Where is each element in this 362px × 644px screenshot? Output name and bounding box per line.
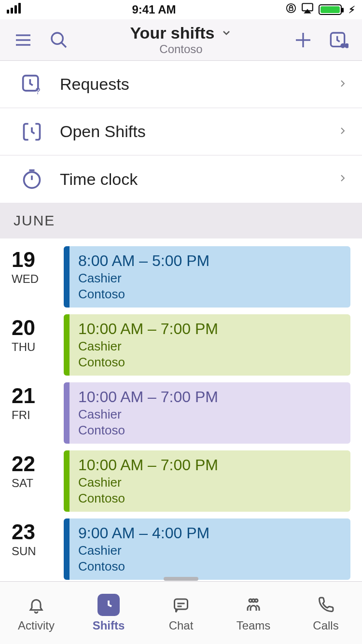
- day-name: WED: [12, 272, 58, 286]
- svg-line-12: [61, 42, 66, 47]
- menu-item-open-shifts[interactable]: Open Shifts: [0, 108, 362, 155]
- teams-icon: [242, 594, 265, 616]
- day-name: SUN: [12, 545, 58, 558]
- shift-org: Contoso: [78, 559, 342, 574]
- day-number: 21: [12, 385, 58, 406]
- shift-row: 20THU10:00 AM – 7:00 PMCashierContoso: [12, 314, 350, 376]
- shift-card[interactable]: 10:00 AM – 7:00 PMCashierContoso: [64, 382, 350, 444]
- add-button[interactable]: [292, 28, 315, 52]
- shift-time: 10:00 AM – 7:00 PM: [78, 455, 342, 475]
- day-number: 19: [12, 249, 58, 270]
- clock-question-icon: ?: [19, 72, 44, 97]
- card-accent: [64, 450, 70, 512]
- card-body: 10:00 AM – 7:00 PMCashierContoso: [70, 314, 350, 376]
- page-title: Your shifts: [130, 24, 214, 42]
- app-header: Your shifts Contoso: [0, 19, 362, 61]
- shift-row: 19WED8:00 AM – 5:00 PMCashierContoso: [12, 246, 350, 308]
- menu-item-label: Time clock: [60, 170, 321, 189]
- day-column: 22SAT: [12, 450, 58, 512]
- shift-role: Cashier: [78, 543, 342, 559]
- shift-time: 9:00 AM – 4:00 PM: [78, 523, 342, 543]
- shift-role: Cashier: [78, 338, 342, 354]
- menu-item-time-clock[interactable]: Time clock: [0, 155, 362, 203]
- tab-calls[interactable]: Calls: [290, 594, 362, 632]
- team-shifts-button[interactable]: [327, 28, 350, 52]
- shift-role: Cashier: [78, 270, 342, 286]
- svg-rect-3: [18, 3, 21, 14]
- header-title-dropdown[interactable]: Your shifts Contoso: [83, 24, 279, 56]
- chevron-right-icon: [337, 125, 348, 139]
- day-number: 22: [12, 453, 58, 475]
- phone-icon: [315, 594, 337, 616]
- svg-rect-0: [7, 10, 9, 14]
- card-accent: [64, 246, 70, 308]
- orientation-lock-icon: [286, 3, 296, 16]
- card-accent: [64, 382, 70, 444]
- battery-icon: [319, 4, 342, 15]
- card-body: 8:00 AM – 5:00 PMCashierContoso: [70, 246, 350, 308]
- chat-icon: [170, 594, 192, 616]
- page-subtitle: Contoso: [83, 42, 279, 56]
- shift-time: 10:00 AM – 7:00 PM: [78, 319, 342, 338]
- shift-card[interactable]: 10:00 AM – 7:00 PMCashierContoso: [64, 314, 350, 376]
- day-name: FRI: [12, 408, 58, 422]
- shift-org: Contoso: [78, 490, 342, 506]
- svg-rect-5: [289, 8, 292, 11]
- shift-time: 8:00 AM – 5:00 PM: [78, 251, 342, 270]
- svg-point-17: [345, 44, 348, 47]
- shift-row: 23SUN9:00 AM – 4:00 PMCashierContoso: [12, 518, 350, 580]
- status-bar: 9:41 AM ⚡︎: [0, 0, 362, 19]
- quick-links-list: ? Requests Open Shifts Time clock: [0, 61, 362, 203]
- shift-org: Contoso: [78, 422, 342, 438]
- tab-chat[interactable]: Chat: [145, 594, 217, 632]
- svg-marker-7: [305, 10, 310, 13]
- stopwatch-icon: [19, 167, 44, 192]
- svg-point-28: [252, 599, 255, 602]
- chevron-right-icon: [337, 78, 348, 91]
- tab-label: Shifts: [93, 619, 125, 632]
- day-name: SAT: [12, 476, 58, 490]
- menu-item-label: Requests: [60, 75, 321, 94]
- shift-row: 22SAT10:00 AM – 7:00 PMCashierContoso: [12, 450, 350, 512]
- status-time: 9:41 AM: [132, 3, 176, 16]
- day-number: 20: [12, 317, 58, 338]
- chevron-down-icon: [221, 24, 232, 42]
- shifts-list: 19WED8:00 AM – 5:00 PMCashierContoso20TH…: [0, 238, 362, 606]
- day-column: 20THU: [12, 314, 58, 376]
- menu-item-label: Open Shifts: [60, 122, 321, 141]
- month-header: JUNE: [0, 203, 362, 238]
- shift-row: 21FRI10:00 AM – 7:00 PMCashierContoso: [12, 382, 350, 444]
- signal-icon: [7, 3, 22, 16]
- shift-card[interactable]: 8:00 AM – 5:00 PMCashierContoso: [64, 246, 350, 308]
- chevron-right-icon: [337, 172, 348, 186]
- card-accent: [64, 518, 70, 580]
- svg-rect-1: [11, 8, 13, 14]
- svg-point-20: [24, 172, 40, 188]
- menu-item-requests[interactable]: ? Requests: [0, 61, 362, 108]
- svg-point-16: [341, 44, 345, 47]
- shift-org: Contoso: [78, 354, 342, 370]
- day-number: 23: [12, 521, 58, 543]
- day-column: 21FRI: [12, 382, 58, 444]
- day-column: 23SUN: [12, 518, 58, 580]
- search-button[interactable]: [47, 28, 70, 52]
- day-column: 19WED: [12, 246, 58, 308]
- shift-card[interactable]: 10:00 AM – 7:00 PMCashierContoso: [64, 450, 350, 512]
- open-shift-icon: [19, 119, 44, 144]
- tab-label: Chat: [169, 619, 194, 632]
- tab-teams[interactable]: Teams: [217, 594, 290, 632]
- card-body: 10:00 AM – 7:00 PMCashierContoso: [70, 382, 350, 444]
- shift-org: Contoso: [78, 286, 342, 302]
- day-name: THU: [12, 340, 58, 354]
- card-accent: [64, 314, 70, 376]
- bell-icon: [25, 594, 47, 616]
- tab-activity[interactable]: Activity: [0, 594, 72, 632]
- tab-shifts[interactable]: Shifts: [72, 594, 145, 632]
- tab-label: Calls: [313, 619, 338, 632]
- tab-label: Teams: [237, 619, 271, 632]
- svg-point-11: [52, 33, 63, 44]
- menu-button[interactable]: [12, 28, 35, 52]
- svg-text:?: ?: [35, 86, 40, 95]
- shift-card[interactable]: 9:00 AM – 4:00 PMCashierContoso: [64, 518, 350, 580]
- shift-time: 10:00 AM – 7:00 PM: [78, 387, 342, 406]
